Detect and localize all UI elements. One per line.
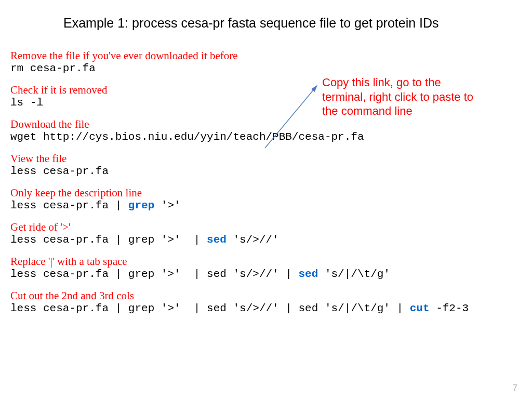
step-cmd: wget http://cys.bios.niu.edu/yyin/teach/… [10,131,522,143]
cmd-pre: less cesa-pr.fa | [10,200,128,211]
cmd-pre: less cesa-pr.fa | grep '>' | sed 's/>//'… [10,268,299,280]
step-desc: Remove the file if you've ever downloade… [10,49,522,62]
step-desc: View the file [10,152,522,165]
page-number: 7 [513,383,517,393]
cmd-pre: less cesa-pr.fa | grep '>' | [10,234,207,246]
keyword-sed: sed [207,234,227,246]
slide-title: Example 1: process cesa-pr fasta sequenc… [63,16,439,31]
keyword-sed: sed [299,268,318,280]
step-cmd: less cesa-pr.fa | grep '>' [10,200,522,211]
step-cmd: less cesa-pr.fa | grep '>' | sed 's/>//' [10,234,522,246]
step-desc: Only keep the description line [10,187,522,200]
step-desc: Cut out the 2nd and 3rd cols [10,289,522,302]
keyword-grep: grep [128,200,154,211]
cmd-pre: less cesa-pr.fa | grep '>' | sed 's/>//'… [10,302,410,314]
keyword-cut: cut [410,302,430,314]
step-desc: Download the file [10,118,522,131]
step-cmd: less cesa-pr.fa | grep '>' | sed 's/>//'… [10,302,522,314]
step-desc: Get ride of '>' [10,221,522,234]
step-cmd: rm cesa-pr.fa [10,62,522,74]
cmd-post: 's/|/\t/g' [318,268,390,280]
cmd-post: '>' [154,200,180,211]
callout-text: Copy this link, go to the terminal, righ… [322,75,483,118]
step-cmd: less cesa-pr.fa [10,165,522,177]
cmd-post: -f2-3 [430,302,469,314]
step-desc: Replace '|' with a tab space [10,255,522,268]
step-cmd: less cesa-pr.fa | grep '>' | sed 's/>//'… [10,268,522,280]
cmd-post: 's/>//' [227,234,279,246]
